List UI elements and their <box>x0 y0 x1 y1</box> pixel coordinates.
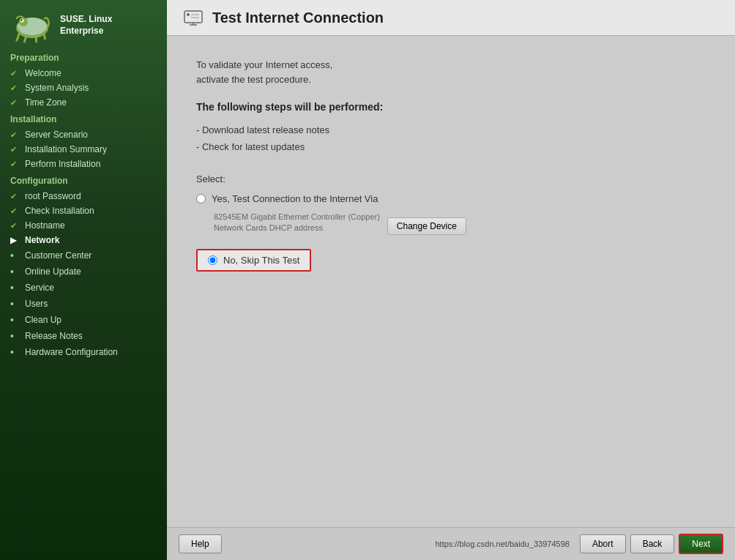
sidebar-item-service[interactable]: • Service <box>0 280 167 296</box>
check-icon-system-analysis: ✔ <box>10 83 20 93</box>
sidebar: SUSE. Linux Enterprise Preparation ✔ Wel… <box>0 0 167 560</box>
sidebar-label-welcome: Welcome <box>25 68 61 78</box>
bullet-icon-online-update: • <box>10 266 20 277</box>
chameleon-icon <box>10 7 54 44</box>
sidebar-label-perform-installation: Perform Installation <box>25 159 100 169</box>
arrow-icon-network: ▶ <box>10 236 20 245</box>
sidebar-item-hardware-configuration[interactable]: • Hardware Configuration <box>0 344 167 360</box>
sidebar-label-service: Service <box>25 283 54 293</box>
sidebar-label-check-installation: Check Installation <box>25 206 94 216</box>
help-button[interactable]: Help <box>179 534 222 553</box>
next-button[interactable]: Next <box>679 534 723 554</box>
bullet-icon-service: • <box>10 282 20 294</box>
sidebar-item-time-zone[interactable]: ✔ Time Zone <box>0 95 167 110</box>
check-icon-perform-installation: ✔ <box>10 160 20 169</box>
sidebar-item-check-installation[interactable]: ✔ Check Installation <box>0 204 167 218</box>
step-item-1: - Download latest release notes <box>196 122 706 138</box>
sidebar-logo: SUSE. Linux Enterprise <box>0 0 167 48</box>
back-button[interactable]: Back <box>630 534 675 553</box>
no-option-container: No, Skip This Test <box>196 249 706 272</box>
steps-list: - Download latest release notes - Check … <box>196 122 706 156</box>
sidebar-item-welcome[interactable]: ✔ Welcome <box>0 66 167 81</box>
svg-point-2 <box>19 18 28 26</box>
yes-radio-label[interactable]: Yes, Test Connection to the Internet Via <box>212 193 378 204</box>
device-info-line2: Network Cards DHCP address <box>214 223 380 234</box>
select-label: Select: <box>196 173 706 184</box>
abort-button[interactable]: Abort <box>580 534 626 553</box>
section-configuration: Configuration <box>0 171 167 189</box>
change-device-button[interactable]: Change Device <box>387 217 466 235</box>
bullet-icon-clean-up: • <box>10 314 20 326</box>
bottom-bar: Help https://blog.csdn.net/baidu_3397459… <box>167 527 735 560</box>
check-icon-check-installation: ✔ <box>10 206 20 216</box>
device-info: 82545EM Gigabit Ethernet Controller (Cop… <box>214 212 380 234</box>
content-body: To validate your Internet access,activat… <box>167 36 735 527</box>
sidebar-item-online-update[interactable]: • Online Update <box>0 264 167 280</box>
yes-radio-input[interactable] <box>196 194 206 204</box>
check-icon-root-password: ✔ <box>10 192 20 201</box>
step-item-2: - Check for latest updates <box>196 138 706 155</box>
page-title: Test Internet Connection <box>212 10 384 26</box>
sidebar-label-root-password: root Password <box>25 191 81 201</box>
sidebar-item-hostname[interactable]: ✔ Hostname <box>0 218 167 233</box>
svg-rect-5 <box>184 11 202 23</box>
no-radio-input[interactable] <box>208 255 217 265</box>
no-radio-label: No, Skip This Test <box>223 255 299 266</box>
sidebar-item-server-scenario[interactable]: ✔ Server Scenario <box>0 127 167 142</box>
sidebar-label-release-notes: Release Notes <box>25 331 83 341</box>
device-row: 82545EM Gigabit Ethernet Controller (Cop… <box>196 212 706 242</box>
sidebar-item-installation-summary[interactable]: ✔ Installation Summary <box>0 142 167 157</box>
sidebar-item-customer-center[interactable]: • Customer Center <box>0 247 167 264</box>
sidebar-label-clean-up: Clean Up <box>25 315 61 325</box>
sidebar-label-system-analysis: System Analysis <box>25 83 89 93</box>
no-skip-label[interactable]: No, Skip This Test <box>196 249 311 272</box>
check-icon-welcome: ✔ <box>10 69 20 78</box>
intro-text: To validate your Internet access,activat… <box>196 58 706 86</box>
network-test-icon <box>182 9 205 26</box>
bullet-icon-hardware-configuration: • <box>10 346 20 358</box>
sidebar-label-online-update: Online Update <box>25 266 81 277</box>
bullet-icon-users: • <box>10 298 20 310</box>
bullet-icon-release-notes: • <box>10 330 20 342</box>
header-icon-svg <box>183 10 204 26</box>
check-icon-installation-summary: ✔ <box>10 145 20 154</box>
check-icon-hostname: ✔ <box>10 221 20 231</box>
sidebar-item-system-analysis[interactable]: ✔ System Analysis <box>0 81 167 95</box>
url-text: https://blog.csdn.net/baidu_33974598 <box>435 540 569 548</box>
svg-point-8 <box>187 13 190 16</box>
yes-radio-option[interactable]: Yes, Test Connection to the Internet Via <box>196 193 706 204</box>
content-area: Test Internet Connection To validate you… <box>167 0 735 560</box>
sidebar-item-network[interactable]: ▶ Network <box>0 233 167 247</box>
sidebar-label-users: Users <box>25 299 48 309</box>
check-icon-time-zone: ✔ <box>10 98 20 108</box>
sidebar-item-users[interactable]: • Users <box>0 296 167 312</box>
section-preparation: Preparation <box>0 48 167 66</box>
device-info-line1: 82545EM Gigabit Ethernet Controller (Cop… <box>214 212 380 223</box>
sidebar-item-release-notes[interactable]: • Release Notes <box>0 328 167 344</box>
steps-title: The following steps will be performed: <box>196 101 706 113</box>
content-header: Test Internet Connection <box>167 0 735 36</box>
sidebar-label-time-zone: Time Zone <box>25 97 67 108</box>
sidebar-item-root-password[interactable]: ✔ root Password <box>0 189 167 204</box>
brand-text: SUSE. Linux Enterprise <box>60 14 112 37</box>
sidebar-label-customer-center: Customer Center <box>25 250 92 261</box>
bottom-right: https://blog.csdn.net/baidu_33974598 Abo… <box>435 534 723 554</box>
sidebar-label-installation-summary: Installation Summary <box>25 144 107 154</box>
sidebar-item-clean-up[interactable]: • Clean Up <box>0 312 167 328</box>
section-installation: Installation <box>0 110 167 127</box>
bottom-left: Help <box>179 534 222 553</box>
bullet-icon-customer-center: • <box>10 250 20 261</box>
sidebar-label-hostname: Hostname <box>25 220 65 231</box>
sidebar-label-server-scenario: Server Scenario <box>25 130 88 140</box>
check-icon-server-scenario: ✔ <box>10 130 20 140</box>
sidebar-label-network: Network <box>25 235 59 245</box>
sidebar-item-perform-installation[interactable]: ✔ Perform Installation <box>0 157 167 171</box>
sidebar-label-hardware-configuration: Hardware Configuration <box>25 347 118 357</box>
brand-line1: SUSE. Linux <box>60 14 112 26</box>
brand-line2: Enterprise <box>60 26 112 37</box>
svg-point-4 <box>20 19 22 20</box>
